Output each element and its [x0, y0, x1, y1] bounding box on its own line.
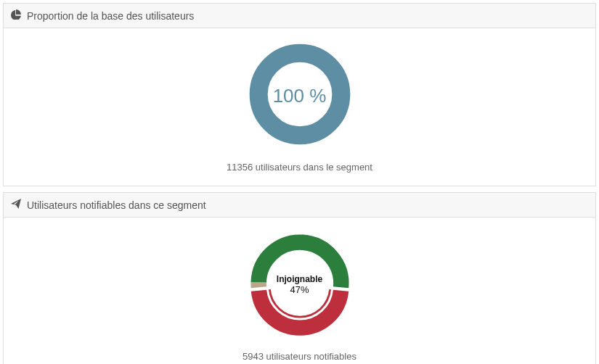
- notifiable-donut: Injoignable 47%: [245, 229, 354, 341]
- panel-notifiable-body: Injoignable 47% 5943 utilisateurs notifi…: [4, 218, 595, 364]
- panel-notifiable-title: Utilisateurs notifiables dans ce segment: [27, 199, 206, 211]
- notifiable-center: Injoignable 47%: [277, 275, 322, 295]
- proportion-center-label: 100 %: [273, 86, 327, 107]
- notifiable-caption: 5943 utilisateurs notifiables: [11, 351, 588, 362]
- panel-proportion-body: 100 % 11356 utilisateurs dans le segment: [4, 28, 595, 186]
- proportion-caption: 11356 utilisateurs dans le segment: [11, 162, 588, 173]
- panel-proportion-title: Proportion de la base des utilisateurs: [27, 10, 194, 22]
- pie-chart-icon: [11, 9, 21, 22]
- paper-plane-icon: [11, 199, 21, 211]
- notifiable-center-value: 47%: [277, 285, 322, 295]
- notifiable-center-label: Injoignable: [277, 275, 322, 284]
- panel-notifiable: Utilisateurs notifiables dans ce segment…: [3, 192, 596, 364]
- panel-proportion-header: Proportion de la base des utilisateurs: [4, 4, 595, 28]
- panel-proportion: Proportion de la base des utilisateurs 1…: [3, 3, 596, 186]
- panel-notifiable-header: Utilisateurs notifiables dans ce segment: [4, 193, 595, 218]
- proportion-donut: 100 %: [245, 40, 354, 152]
